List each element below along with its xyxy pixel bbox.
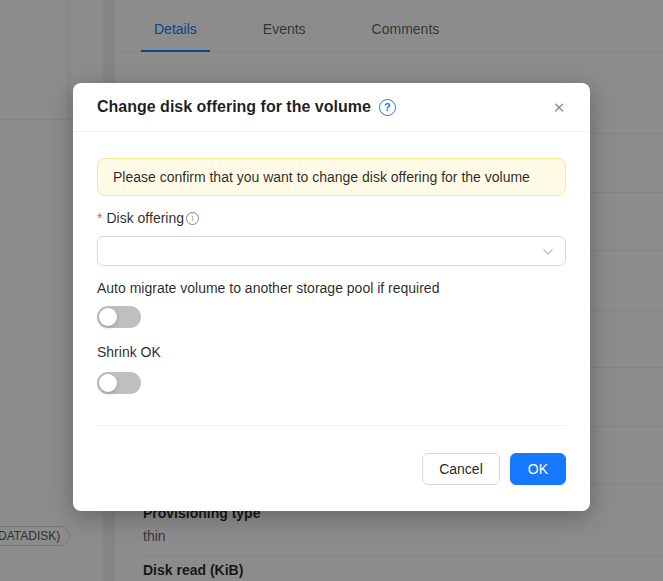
disk-offering-label: Disk offering (106, 210, 184, 226)
confirm-alert: Please confirm that you want to change d… (97, 158, 566, 196)
info-icon[interactable]: i (186, 212, 199, 225)
cancel-button[interactable]: Cancel (422, 453, 500, 485)
modal-body: Please confirm that you want to change d… (73, 132, 590, 394)
shrink-ok-label: Shrink OK (97, 342, 566, 362)
modal-header: Change disk offering for the volume ? ✕ (73, 83, 590, 132)
disk-offering-label-row: * Disk offering i (97, 208, 566, 228)
change-disk-offering-modal: Change disk offering for the volume ? ✕ … (73, 83, 590, 511)
toggle-knob (99, 374, 117, 392)
shrink-ok-toggle[interactable] (97, 372, 141, 394)
auto-migrate-toggle[interactable] (97, 306, 141, 328)
chevron-down-icon (542, 246, 554, 258)
disk-offering-select[interactable] (97, 236, 566, 266)
confirm-alert-text: Please confirm that you want to change d… (113, 169, 530, 185)
close-icon[interactable]: ✕ (546, 95, 572, 121)
help-icon[interactable]: ? (379, 99, 396, 116)
required-asterisk: * (97, 210, 102, 226)
auto-migrate-label: Auto migrate volume to another storage p… (97, 278, 566, 298)
modal-title: Change disk offering for the volume (97, 98, 371, 116)
modal-footer: Cancel OK (73, 426, 590, 511)
toggle-knob (99, 308, 117, 326)
ok-button[interactable]: OK (510, 453, 566, 485)
